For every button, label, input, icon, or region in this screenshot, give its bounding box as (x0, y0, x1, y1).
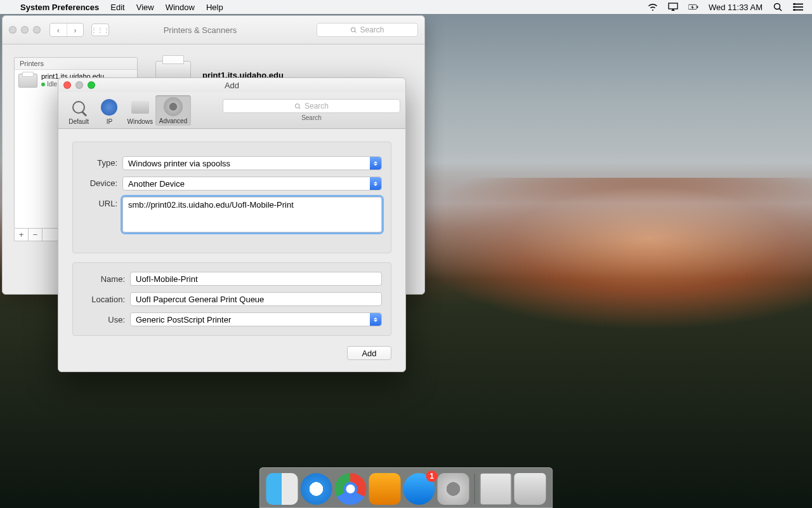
window-titlebar: ‹› ⋮⋮⋮ Printers & Scanners Search (3, 16, 424, 44)
dock-app-orange[interactable] (369, 473, 401, 505)
svg-point-13 (296, 104, 299, 107)
svg-line-12 (355, 31, 357, 32)
window-title: Printers & Scanners (89, 25, 311, 35)
dock-downloads[interactable] (480, 473, 512, 505)
badge: 1 (426, 471, 438, 482)
dock-separator (475, 474, 475, 504)
name-label: Name: (82, 274, 130, 284)
use-label: Use: (82, 315, 130, 324)
nav-buttons[interactable]: ‹› (49, 23, 84, 37)
tab-default[interactable]: Default (63, 96, 94, 125)
menu-window[interactable]: Window (166, 3, 195, 12)
svg-point-8 (794, 3, 796, 5)
airplay-icon[interactable] (668, 3, 678, 11)
location-label: Location: (82, 295, 130, 304)
app-name[interactable]: System Preferences (20, 3, 99, 12)
search-icon (350, 27, 357, 34)
traffic-lights[interactable] (63, 81, 95, 89)
clock[interactable]: Wed 11:33 AM (709, 3, 763, 12)
url-input[interactable]: smb://print02.its.uidaho.edu/UofI-Mobile… (122, 197, 382, 232)
chevron-updown-icon (370, 313, 381, 326)
dock-chrome[interactable] (335, 473, 367, 505)
svg-rect-0 (669, 3, 678, 9)
toolbar-search[interactable]: Search (223, 99, 400, 113)
type-select[interactable]: Windows printer via spoolss (122, 156, 382, 170)
back-icon[interactable]: ‹ (50, 23, 67, 36)
chevron-updown-icon (370, 177, 381, 190)
menu-edit[interactable]: Edit (110, 3, 124, 12)
magnifier-icon (72, 101, 85, 114)
wifi-icon[interactable] (648, 3, 658, 11)
type-label: Type: (82, 156, 122, 168)
svg-point-9 (794, 6, 796, 8)
dock-appstore[interactable]: 1 (403, 473, 435, 505)
spotlight-icon[interactable] (773, 3, 783, 11)
remove-printer-button[interactable]: − (29, 229, 43, 241)
notification-center-icon[interactable] (793, 3, 803, 11)
add-printer-button[interactable]: + (15, 229, 29, 241)
printer-icon (18, 74, 37, 88)
sidebar-heading: Printers (15, 58, 137, 70)
dock-finder[interactable] (266, 473, 298, 505)
url-label: URL: (82, 197, 122, 208)
location-input[interactable]: UofI Papercut General Print Queue (130, 292, 382, 306)
add-window-title: Add (58, 81, 405, 90)
printer-status: Idle (47, 81, 57, 88)
name-input[interactable]: UofI-Mobile-Print (130, 272, 382, 286)
svg-point-11 (351, 27, 355, 31)
add-printer-window: Add Default IP Windows Advanced Search S… (58, 77, 406, 372)
menu-view[interactable]: View (136, 3, 154, 12)
connection-form-section: Type: Windows printer via spoolss Device… (72, 142, 391, 253)
svg-point-10 (794, 9, 796, 11)
dock-safari[interactable] (301, 473, 332, 505)
device-label: Device: (82, 177, 122, 188)
globe-icon (101, 99, 117, 116)
search-icon (294, 103, 301, 110)
menu-bar: System Preferences Edit View Window Help… (0, 0, 812, 14)
device-select[interactable]: Another Device (122, 177, 382, 190)
add-button[interactable]: Add (347, 346, 391, 360)
window-search[interactable]: Search (317, 23, 418, 37)
svg-line-4 (780, 9, 782, 11)
use-select[interactable]: Generic PostScript Printer (130, 312, 382, 326)
svg-line-14 (299, 107, 300, 109)
traffic-lights[interactable] (9, 26, 41, 34)
battery-icon[interactable] (688, 3, 698, 11)
tab-ip[interactable]: IP (94, 96, 124, 125)
status-dot-icon (41, 83, 45, 86)
chevron-updown-icon (370, 157, 381, 170)
menu-help[interactable]: Help (206, 3, 223, 12)
add-toolbar: Default IP Windows Advanced Search Searc… (58, 92, 405, 129)
tab-advanced[interactable]: Advanced (155, 95, 191, 126)
toolbar-search-placeholder: Search (304, 102, 329, 110)
dock: 1 (259, 467, 553, 508)
search-placeholder: Search (360, 25, 384, 34)
forward-icon[interactable]: › (67, 23, 83, 36)
printer-info-form-section: Name: UofI-Mobile-Print Location: UofI P… (72, 262, 391, 336)
tab-windows[interactable]: Windows (125, 96, 155, 125)
dock-trash[interactable] (514, 473, 546, 505)
printer-small-icon (131, 101, 149, 114)
dock-system-preferences[interactable] (438, 473, 469, 505)
svg-rect-2 (697, 6, 698, 8)
svg-point-3 (775, 4, 780, 10)
gear-icon (164, 97, 183, 116)
toolbar-search-label: Search (223, 114, 400, 121)
add-window-titlebar: Add (58, 78, 405, 92)
